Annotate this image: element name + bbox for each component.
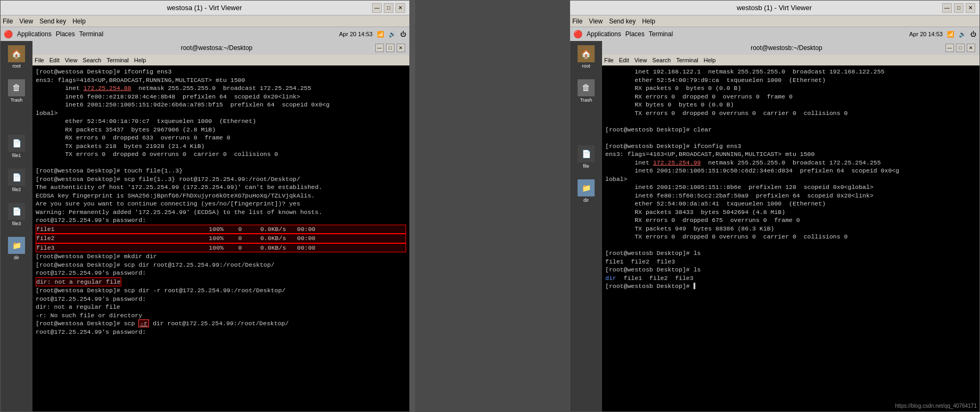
right-term-menu-edit[interactable]: Edit — [619, 57, 629, 63]
left-term-line-23: [root@westosa Desktop]# mkdir dir — [36, 253, 157, 260]
left-wifi-icon: 📶 — [377, 31, 384, 38]
right-icon-home: 🏠 root — [578, 45, 595, 69]
left-close-btn[interactable]: ✕ — [396, 3, 405, 13]
right-term-menu-search[interactable]: Search — [652, 57, 671, 63]
left-term-menu-view[interactable]: View — [65, 57, 78, 63]
right-term-close[interactable]: ✕ — [967, 44, 975, 52]
left-places-label[interactable]: Places — [56, 30, 75, 38]
watermark: https://blog.csdn.net/qq_40764171 — [895, 403, 977, 409]
right-virt-menu: File View Send key Help — [570, 15, 979, 27]
right-term-menu: File Edit View Search Terminal Help — [602, 55, 979, 65]
left-virt-window: westosa (1) - Virt Viewer — □ ✕ File Vie… — [0, 0, 410, 412]
left-menu-help[interactable]: Help — [72, 18, 86, 25]
left-win-controls[interactable]: — □ ✕ — [372, 3, 405, 13]
left-term-line-11: TX errors 0 dropped 0 overruns 0 carrier… — [36, 151, 278, 158]
left-term-line-2: ens3: flags=4163<UP,BROADCAST,RUNNING,MU… — [36, 77, 245, 84]
left-term-menu-search[interactable]: Search — [83, 57, 101, 63]
left-term-menu-file[interactable]: File — [35, 57, 44, 63]
right-menu-help[interactable]: Help — [642, 18, 655, 25]
right-term-menu-terminal[interactable]: Terminal — [676, 57, 698, 63]
right-datetime: Apr 20 14:53 — [909, 31, 943, 37]
right-maximize-btn[interactable]: □ — [954, 3, 963, 13]
left-term-titlebar: root@westosa:~/Desktop — □ ✕ — [32, 41, 409, 55]
right-term-line-18: RX packets 38433 bytes 5042694 (4.8 MiB) — [605, 209, 785, 216]
left-terminal-label[interactable]: Terminal — [79, 30, 103, 38]
right-term-menu-help[interactable]: Help — [704, 57, 716, 63]
right-applications-label[interactable]: Applications — [587, 30, 621, 38]
left-term-line-18: Warning: Permanently added '172.25.254.9… — [36, 209, 322, 216]
left-term-line-4: inet6 fe80::e218:928:4c4e:8b48 prefixlen… — [36, 93, 300, 100]
left-icon-home: 🏠 root — [8, 45, 25, 69]
right-term-menu-view[interactable]: View — [635, 57, 647, 63]
right-term-line-3: RX packets 0 bytes 0 (0.0 B) — [605, 85, 741, 92]
right-term-line-17: ether 52:54:00:da:a5:41 txqueuelen 1000 … — [605, 200, 826, 207]
right-terminal-label[interactable]: Terminal — [649, 30, 673, 38]
left-term-menu-help[interactable]: Help — [134, 57, 146, 63]
left-term-line-32: root@172.25.254.99's password: — [36, 328, 146, 335]
right-term-minimize[interactable]: — — [945, 44, 954, 52]
left-os-topbar: 🔴 Applications Places Terminal Apr 20 14… — [1, 27, 409, 41]
right-term-line-12: inet 172.25.254.99 netmask 255.255.255.0… — [605, 159, 881, 166]
left-term-title: root@westosa:~/Desktop — [181, 44, 253, 52]
left-term-line-22: file3 100% 0 0.0KB/s 00:00 — [36, 243, 406, 253]
right-win-controls[interactable]: — □ ✕ — [942, 3, 975, 13]
right-term-line-20: TX packets 949 bytes 88386 (86.3 KiB) — [605, 225, 774, 232]
left-applications-label[interactable]: Applications — [17, 30, 52, 38]
right-terminal-body[interactable]: inet 192.168.122.1 netmask 255.255.255.0… — [602, 65, 979, 411]
right-term-line-14: lobal> — [605, 176, 627, 183]
left-volume-icon: 🔊 — [389, 31, 396, 38]
left-datetime: Apr 20 14:53 — [339, 31, 373, 37]
left-term-maximize[interactable]: □ — [386, 44, 394, 52]
left-term-menu-terminal[interactable]: Terminal — [106, 57, 129, 63]
right-term-menu-file[interactable]: File — [604, 57, 614, 63]
left-menu-sendkey[interactable]: Send key — [39, 18, 66, 25]
right-term-line-10: [root@westosb Desktop]# ifconfig ens3 — [605, 143, 741, 150]
left-term-menu: File Edit View Search Terminal Help — [32, 55, 409, 65]
left-term-minimize[interactable]: — — [375, 44, 384, 52]
right-term-line-25: [root@westosb Desktop]# ls — [605, 266, 701, 273]
right-term-line-15: inet6 2001:250:1005:151::8b6e prefixlen … — [605, 184, 874, 191]
left-window-title: westosa (1) - Virt Viewer — [37, 4, 372, 12]
left-term-line-21: file2 100% 0 0.0KB/s 00:00 — [36, 234, 406, 243]
right-menu-sendkey[interactable]: Send key — [609, 18, 636, 25]
left-term-line-6: lobal> — [36, 110, 57, 117]
right-menu-file[interactable]: File — [572, 18, 582, 25]
left-terminal: root@westosa:~/Desktop — □ ✕ File Edit V… — [32, 41, 409, 411]
left-term-line-24: [root@westosa Desktop]# scp dir root@172… — [36, 261, 275, 268]
left-menu-view[interactable]: View — [19, 18, 33, 25]
left-maximize-btn[interactable]: □ — [384, 3, 393, 13]
right-term-line-23: [root@westosb Desktop]# ls — [605, 250, 701, 257]
right-places-label[interactable]: Places — [625, 30, 645, 38]
left-term-line-10: TX packets 218 bytes 21928 (21.4 KiB) — [36, 143, 204, 150]
left-icon-file1: 📄 file1 — [8, 135, 25, 158]
right-term-line-6: TX errors 0 dropped 0 overruns 0 carrier… — [605, 110, 847, 117]
left-term-line-16: ECDSA key fingerprint is SHA256:jBpnfG6/… — [36, 192, 315, 199]
right-term-maximize[interactable]: □ — [956, 44, 965, 52]
left-term-line-5: inet6 2001:250:1005:151:9d2e:6b6a:a785:b… — [36, 101, 330, 108]
right-window-title: westosb (1) - Virt Viewer — [606, 4, 942, 12]
right-term-line-16: inet6 fe80::5f60:5cc2:2baf:50a9 prefixle… — [605, 192, 874, 199]
left-term-close[interactable]: ✕ — [397, 44, 405, 52]
right-terminal: root@westosb:~/Desktop — □ ✕ File Edit V… — [602, 41, 979, 411]
right-term-line-19: RX errors 0 dropped 675 overruns 0 frame… — [605, 217, 800, 224]
left-terminal-body[interactable]: [root@westosa Desktop]# ifconfig ens3 en… — [32, 65, 409, 411]
right-term-line-5: RX bytes 0 bytes 0 (0.0 B) — [605, 101, 734, 108]
right-term-line-26: dir file1 file2 file3 — [605, 275, 694, 282]
left-term-line-31: [root@westosa Desktop]# scp -r dir root@… — [36, 319, 289, 327]
right-wifi-icon: 📶 — [947, 31, 954, 38]
right-minimize-btn[interactable]: — — [942, 3, 952, 13]
right-term-line-8: [root@westosb Desktop]# clear — [605, 126, 712, 133]
left-icon-file3: 📄 file3 — [8, 203, 25, 226]
left-term-line-8: RX packets 35437 bytes 2967906 (2.8 MiB) — [36, 126, 216, 133]
left-term-line-9: RX errors 0 dropped 633 overruns 0 frame… — [36, 134, 230, 141]
left-term-line-17: Are you sure you want to continue connec… — [36, 200, 300, 207]
left-term-menu-edit[interactable]: Edit — [50, 57, 60, 63]
right-menu-view[interactable]: View — [589, 18, 603, 25]
right-term-controls[interactable]: — □ ✕ — [945, 44, 975, 52]
left-menu-file[interactable]: File — [3, 18, 13, 25]
left-term-line-19: root@172.25.254.99's password: — [36, 217, 146, 224]
left-minimize-btn[interactable]: — — [372, 3, 382, 13]
right-close-btn[interactable]: ✕ — [966, 3, 975, 13]
left-term-controls[interactable]: — □ ✕ — [375, 44, 405, 52]
left-icon-file2: 📄 file2 — [8, 169, 25, 192]
